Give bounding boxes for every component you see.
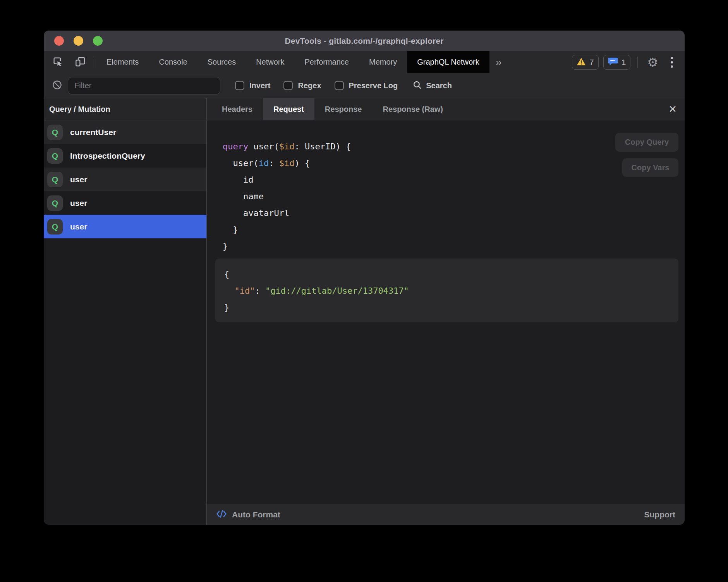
- content-row: Query / Mutation QcurrentUserQIntrospect…: [44, 98, 685, 525]
- code-token-plain: name: [223, 192, 264, 201]
- device-toolbar-icon: [74, 56, 86, 69]
- main-tab-strip: ElementsConsoleSourcesNetworkPerformance…: [96, 51, 489, 73]
- query-list-item-currentuser-0[interactable]: QcurrentUser: [44, 120, 206, 144]
- code-token-plain: user(: [223, 158, 259, 168]
- checkbox-preserve-log[interactable]: Preserve Log: [335, 81, 398, 90]
- copy-vars-button[interactable]: Copy Vars: [622, 158, 678, 177]
- more-tabs-chevron[interactable]: »: [489, 51, 508, 73]
- code-token-plain: user(: [248, 142, 279, 151]
- filter-bar: InvertRegexPreserve Log Search: [44, 73, 685, 98]
- copy-query-button[interactable]: Copy Query: [615, 133, 678, 152]
- detail-tab-response[interactable]: Response: [314, 98, 373, 120]
- close-icon: ✕: [668, 103, 677, 115]
- inspect-cursor-icon: [52, 56, 64, 69]
- code-token-plain: : UserID) {: [294, 142, 351, 151]
- invert-checkbox-box[interactable]: [235, 81, 244, 90]
- filter-checkboxes: InvertRegexPreserve Log: [235, 81, 398, 90]
- graphql-query-code: query user($id: UserID) { user(id: $id) …: [223, 138, 685, 255]
- tab-performance[interactable]: Performance: [295, 51, 359, 73]
- clear-filter-button[interactable]: [52, 80, 62, 92]
- code-token-keyword: query: [223, 142, 248, 151]
- close-detail-button[interactable]: ✕: [666, 98, 679, 120]
- traffic-lights: [54, 31, 103, 51]
- search-button[interactable]: Search: [412, 80, 452, 91]
- query-list-item-user-4[interactable]: Quser: [44, 215, 206, 238]
- query-type-badge: Q: [47, 125, 63, 140]
- detail-footer: Auto Format Support: [207, 504, 685, 525]
- query-list-item-user-3[interactable]: Quser: [44, 191, 206, 215]
- tab-elements[interactable]: Elements: [96, 51, 149, 73]
- request-detail-panel: HeadersRequestResponseResponse (Raw) ✕ q…: [207, 98, 685, 525]
- warning-triangle-icon: [577, 57, 586, 67]
- kebab-dot: [671, 65, 673, 68]
- query-list-item-label: currentUser: [70, 128, 116, 137]
- code-token-key: "id": [235, 286, 255, 296]
- tab-memory[interactable]: Memory: [359, 51, 407, 73]
- query-code-line: id: [223, 171, 685, 188]
- title-bar: DevTools - gitlab.com/-/graphql-explorer: [44, 31, 685, 51]
- query-list-item-label: user: [70, 222, 87, 231]
- code-token-plain: }: [223, 225, 238, 235]
- tab-sources[interactable]: Sources: [197, 51, 246, 73]
- gear-icon: ⚙: [647, 55, 658, 69]
- code-token-plain: [224, 286, 235, 296]
- auto-format-label: Auto Format: [232, 510, 280, 519]
- code-brackets-icon: [216, 509, 227, 520]
- variables-code-line: "id": "gid://gitlab/User/13704317": [224, 282, 678, 299]
- close-window-button[interactable]: [54, 36, 64, 46]
- detail-tab-request[interactable]: Request: [263, 98, 314, 120]
- query-list-item-introspectionquery-1[interactable]: QIntrospectionQuery: [44, 144, 206, 168]
- tab-graphql-network[interactable]: GraphQL Network: [407, 51, 489, 73]
- code-token-plain: :: [255, 286, 265, 296]
- settings-button[interactable]: ⚙: [645, 56, 661, 68]
- search-icon: [412, 80, 422, 91]
- tabbar-spacer: [508, 51, 572, 73]
- search-label: Search: [426, 81, 452, 90]
- code-token-attr: id: [259, 158, 269, 168]
- query-type-badge: Q: [47, 148, 63, 164]
- tabbar-right-cluster: 7 1 ⚙: [572, 51, 685, 73]
- code-token-variable: $id: [279, 158, 295, 168]
- detail-tab-response-raw[interactable]: Response (Raw): [372, 98, 453, 120]
- tab-console[interactable]: Console: [149, 51, 197, 73]
- query-type-badge: Q: [47, 195, 63, 211]
- query-code-line: }: [223, 221, 685, 238]
- query-list: QcurrentUserQIntrospectionQueryQuserQuse…: [44, 120, 206, 238]
- query-list-item-label: IntrospectionQuery: [70, 151, 145, 161]
- detail-tab-headers[interactable]: Headers: [211, 98, 263, 120]
- code-token-string: "gid://gitlab/User/13704317": [265, 286, 409, 296]
- query-list-item-user-2[interactable]: Quser: [44, 168, 206, 191]
- zoom-window-button[interactable]: [93, 36, 103, 46]
- main-tab-bar: ElementsConsoleSourcesNetworkPerformance…: [44, 51, 685, 73]
- code-token-plain: ) {: [294, 158, 310, 168]
- minimize-window-button[interactable]: [74, 36, 83, 46]
- request-body: query user($id: UserID) { user(id: $id) …: [207, 120, 685, 504]
- regex-checkbox-box[interactable]: [283, 81, 293, 90]
- code-token-variable: $id: [279, 142, 295, 151]
- checkbox-invert[interactable]: Invert: [235, 81, 270, 90]
- query-code-line: avatarUrl: [223, 205, 685, 221]
- query-list-sidebar: Query / Mutation QcurrentUserQIntrospect…: [44, 98, 207, 525]
- regex-checkbox-label: Regex: [298, 81, 321, 90]
- detail-tab-bar: HeadersRequestResponseResponse (Raw) ✕: [207, 98, 685, 120]
- support-link[interactable]: Support: [644, 510, 675, 519]
- auto-format-button[interactable]: Auto Format: [216, 509, 280, 520]
- variables-code-line: }: [224, 299, 678, 316]
- customize-devtools-button[interactable]: [665, 57, 676, 68]
- tab-network[interactable]: Network: [246, 51, 294, 73]
- query-list-item-label: user: [70, 199, 87, 208]
- message-bubble-icon: [608, 57, 618, 68]
- devtools-window: DevTools - gitlab.com/-/graphql-explorer…: [44, 31, 685, 525]
- code-token-plain: }: [223, 241, 228, 251]
- kebab-dot: [671, 61, 673, 63]
- filter-input[interactable]: [68, 77, 220, 94]
- checkbox-regex[interactable]: Regex: [283, 81, 321, 90]
- warnings-badge[interactable]: 7: [572, 55, 599, 70]
- code-token-plain: {: [224, 269, 229, 279]
- issues-badge[interactable]: 1: [603, 55, 631, 70]
- badge-divider: [637, 56, 638, 68]
- device-toolbar-button[interactable]: [69, 51, 91, 73]
- preserve-log-checkbox-box[interactable]: [335, 81, 344, 90]
- warnings-count: 7: [589, 58, 594, 67]
- inspect-element-button[interactable]: [44, 51, 69, 73]
